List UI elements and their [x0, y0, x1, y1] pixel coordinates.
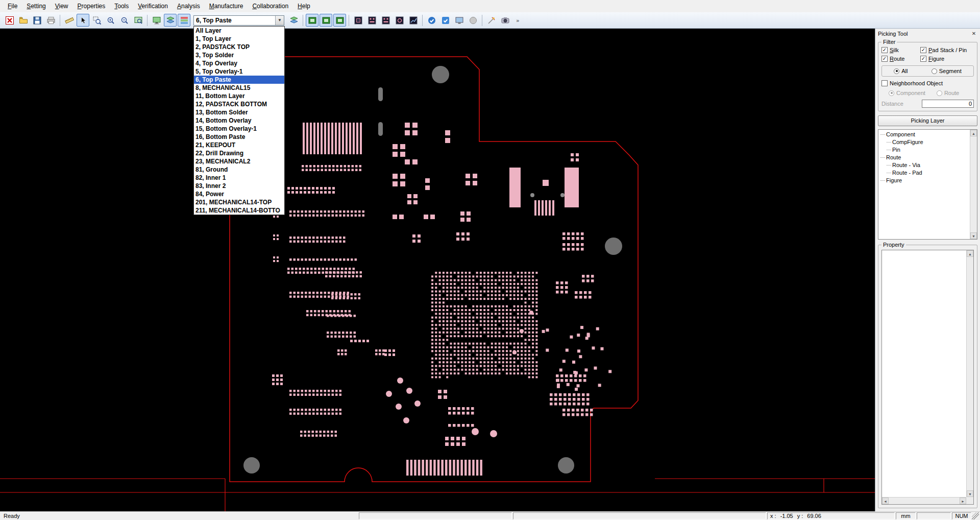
layer-option-4[interactable]: 4, Top Overlay — [194, 59, 284, 67]
layer-option-15[interactable]: 22, Drill Drawing — [194, 149, 284, 157]
layer-stack-icon[interactable] — [164, 14, 177, 27]
menu-file[interactable]: File — [3, 2, 22, 11]
layer-color-icon[interactable] — [178, 14, 190, 27]
scroll-down-icon[interactable]: ▼ — [970, 232, 977, 239]
layer-option-6[interactable]: 6, Top Paste — [194, 76, 284, 84]
layer-option-14[interactable]: 21, KEEPOUT — [194, 141, 284, 149]
layer-option-5[interactable]: 5, Top Overlay-1 — [194, 67, 284, 76]
layer-option-16[interactable]: 23, MECHANICAL2 — [194, 157, 284, 166]
resize-grip[interactable] — [972, 512, 979, 519]
show-route-icon[interactable] — [407, 14, 420, 27]
scroll-down-icon[interactable]: ▼ — [967, 490, 973, 497]
menu-collaboration[interactable]: Collaboration — [248, 2, 293, 11]
distance-input[interactable] — [922, 100, 974, 108]
measure-icon[interactable] — [63, 14, 76, 27]
menu-properties[interactable]: Properties — [73, 2, 110, 11]
route-checkbox-row[interactable]: ✓ Route — [881, 56, 920, 62]
menu-analysis[interactable]: Analysis — [173, 2, 205, 11]
segment-radio[interactable] — [932, 68, 937, 74]
scroll-up-icon[interactable]: ▲ — [970, 130, 977, 136]
property-horizontal-scrollbar[interactable]: ◄ ► — [882, 497, 966, 504]
layer-option-0[interactable]: All Layer — [194, 27, 284, 35]
all-radio[interactable] — [894, 68, 899, 74]
view-bottom-icon[interactable] — [320, 14, 332, 27]
tree-item-figure[interactable]: Figure — [880, 177, 970, 184]
toolbar-overflow-icon[interactable]: » — [512, 14, 525, 27]
layer-option-2[interactable]: 2, PADSTACK TOP — [194, 43, 284, 51]
open-file-icon[interactable] — [17, 14, 30, 27]
layer-option-18[interactable]: 82, Inner 1 — [194, 174, 284, 182]
layer-option-11[interactable]: 14, Bottom Overlay — [194, 116, 284, 125]
show-component-icon[interactable] — [365, 14, 378, 27]
pad — [314, 310, 316, 313]
scroll-up-icon[interactable]: ▲ — [967, 250, 973, 257]
verification-check-icon[interactable] — [425, 14, 438, 27]
route-checkbox[interactable]: ✓ — [881, 56, 888, 62]
menu-help[interactable]: Help — [293, 2, 315, 11]
layer-option-12[interactable]: 15, Bottom Overlay-1 — [194, 125, 284, 133]
layer-option-17[interactable]: 81, Ground — [194, 166, 284, 174]
layer-option-22[interactable]: 211, MECHANICAL14-BOTTO — [194, 206, 284, 215]
zoom-in-icon[interactable] — [104, 14, 117, 27]
menu-tools[interactable]: Tools — [110, 2, 133, 11]
close-icon[interactable]: ✕ — [970, 30, 977, 37]
screen-view-icon[interactable] — [453, 14, 465, 27]
menu-verification[interactable]: Verification — [133, 2, 173, 11]
layer-option-9[interactable]: 12, PADSTACK BOTTOM — [194, 100, 284, 108]
probe-icon[interactable] — [485, 14, 498, 27]
menu-view[interactable]: View — [51, 2, 73, 11]
layer-option-13[interactable]: 16, Bottom Paste — [194, 133, 284, 141]
silk-checkbox-row[interactable]: ✓ Silk — [881, 47, 920, 53]
layer-option-7[interactable]: 8, MECHANICAL15 — [194, 84, 284, 92]
layer-option-8[interactable]: 11, Bottom Layer — [194, 92, 284, 100]
pcb-canvas[interactable] — [0, 29, 875, 511]
tree-item-route[interactable]: Route — [880, 154, 970, 161]
zoom-fit-icon[interactable] — [132, 14, 144, 27]
full-screen-icon[interactable] — [150, 14, 163, 27]
show-board-icon[interactable] — [352, 14, 364, 27]
layer-option-1[interactable]: 1, Top Layer — [194, 35, 284, 43]
view-both-icon[interactable] — [333, 14, 346, 27]
padstack-checkbox-row[interactable]: ✓ Pad Stack / Pin — [920, 47, 974, 53]
picking-layer-button[interactable]: Picking Layer — [878, 115, 977, 126]
tree-item-component[interactable]: Component — [880, 131, 970, 138]
layer-manager-icon[interactable] — [287, 14, 300, 27]
tree-item-pin[interactable]: Pin — [880, 146, 970, 154]
silk-checkbox[interactable]: ✓ — [881, 47, 888, 53]
layer-option-21[interactable]: 201, MECHANICAL14-TOP — [194, 198, 284, 206]
chevron-down-icon[interactable]: ▼ — [275, 16, 284, 25]
padstack-checkbox[interactable]: ✓ — [920, 47, 926, 53]
tree-item-compfigure[interactable]: CompFigure — [880, 138, 970, 146]
select-cursor-icon[interactable] — [77, 14, 89, 27]
tree-item-route-via[interactable]: Route - Via — [880, 161, 970, 169]
print-icon[interactable] — [44, 14, 57, 27]
neighborhood-checkbox[interactable] — [881, 80, 888, 86]
save-file-icon[interactable] — [31, 14, 43, 27]
scroll-left-icon[interactable]: ◄ — [882, 498, 889, 504]
menu-manufacture[interactable]: Manufacture — [205, 2, 248, 11]
menu-setting[interactable]: Setting — [22, 2, 50, 11]
layer-option-19[interactable]: 83, Inner 2 — [194, 182, 284, 190]
snapshot-camera-icon[interactable] — [499, 14, 511, 27]
figure-checkbox-row[interactable]: ✓ Figure — [920, 56, 974, 62]
record-disabled-icon[interactable] — [467, 14, 479, 27]
zoom-window-icon[interactable] — [90, 14, 103, 27]
layer-option-10[interactable]: 13, Bottom Solder — [194, 108, 284, 116]
show-pin-icon[interactable] — [379, 14, 392, 27]
mode-segment-radio-row[interactable]: Segment — [932, 68, 962, 74]
show-via-icon[interactable] — [393, 14, 406, 27]
zoom-out-icon[interactable] — [118, 14, 131, 27]
scroll-right-icon[interactable]: ► — [960, 498, 966, 504]
analysis-check-icon[interactable] — [439, 14, 452, 27]
neighborhood-checkbox-row[interactable]: Neighborhood Object — [881, 80, 974, 86]
property-vertical-scrollbar[interactable]: ▲ ▼ — [966, 250, 973, 497]
tree-vertical-scrollbar[interactable]: ▲ ▼ — [970, 130, 977, 239]
layer-option-20[interactable]: 84, Power — [194, 190, 284, 198]
mode-all-radio-row[interactable]: All — [894, 68, 908, 74]
view-top-icon[interactable] — [306, 14, 318, 27]
layer-option-3[interactable]: 3, Top Solder — [194, 51, 284, 59]
layer-select-combobox[interactable]: 6, Top Paste▼All Layer1, Top Layer2, PAD… — [193, 15, 284, 26]
tree-item-route-pad[interactable]: Route - Pad — [880, 169, 970, 177]
figure-checkbox[interactable]: ✓ — [920, 56, 926, 62]
delete-markup-icon[interactable] — [3, 14, 16, 27]
